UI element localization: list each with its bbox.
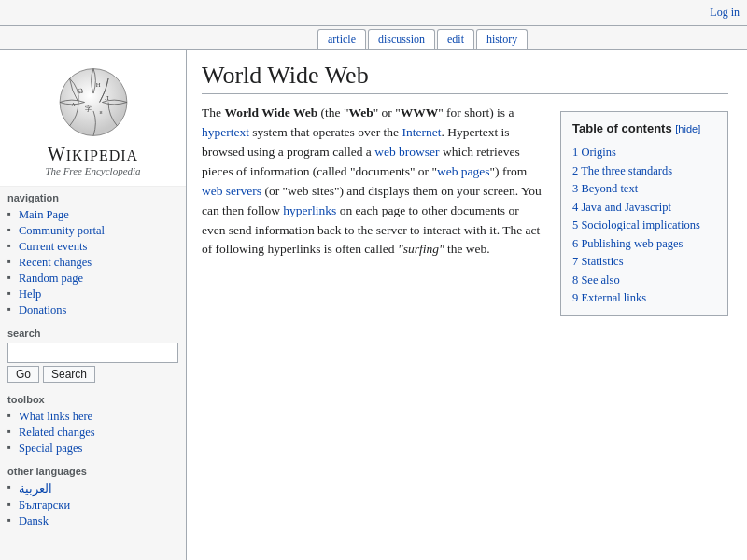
- search-title: search: [7, 328, 178, 339]
- link-internet[interactable]: Internet: [402, 125, 441, 139]
- table-of-contents: Table of contents [hide] 1 Origins 2 The…: [560, 111, 728, 316]
- user-links: Log in: [710, 6, 740, 20]
- toc-title-text: Table of contents: [572, 121, 672, 135]
- toolbox-title: toolbox: [7, 394, 178, 405]
- bold-web: Web: [348, 105, 373, 119]
- nav-item-donations: Donations: [7, 302, 178, 318]
- bold-www-abbr: WWW: [401, 105, 439, 119]
- toolbox-link-what-links-here[interactable]: What links here: [19, 410, 92, 423]
- nav-link-main-page[interactable]: Main Page: [19, 208, 69, 221]
- tab-article[interactable]: article: [317, 29, 366, 49]
- languages-list: العربية Български Dansk: [7, 481, 178, 529]
- toc-item: 7 Statistics: [572, 253, 716, 272]
- search-button[interactable]: Search: [43, 366, 95, 383]
- logo-area: Ω H Л 字 A и WIKIPEDIA The Free Encyclope…: [0, 50, 186, 187]
- toolbox-link-special-pages[interactable]: Special pages: [19, 441, 82, 455]
- toc-item: 9 External links: [572, 289, 716, 308]
- logo-globe: Ω H Л 字 A и: [37, 60, 149, 144]
- link-hyperlinks[interactable]: hyperlinks: [283, 203, 336, 217]
- lang-item-danish: Dansk: [7, 513, 178, 529]
- toc-item: 4 Java and Javascript: [572, 199, 716, 217]
- toc-title: Table of contents [hide]: [572, 119, 716, 138]
- toc-item: 5 Sociological implications: [572, 217, 716, 235]
- wikipedia-globe-icon: Ω H Л 字 A и: [42, 63, 145, 142]
- article-content: World Wide Web Table of contents [hide] …: [187, 50, 747, 560]
- nav-link-random-page[interactable]: Random page: [19, 272, 83, 285]
- login-link[interactable]: Log in: [710, 6, 740, 20]
- italic-surfing: "surfing": [398, 242, 444, 256]
- toc-item: 2 The three standards: [572, 162, 716, 181]
- article-body: Table of contents [hide] 1 Origins 2 The…: [202, 104, 728, 259]
- nav-item-community-portal: Community portal: [7, 223, 178, 239]
- lang-item-bulgarian: Български: [7, 497, 178, 513]
- toc-link-java[interactable]: 4 Java and Javascript: [572, 201, 671, 214]
- toolbox-nav: What links here Related changes Special …: [7, 409, 178, 456]
- wikipedia-title: WIKIPEDIA: [48, 144, 138, 165]
- nav-link-recent-changes[interactable]: Recent changes: [19, 256, 92, 269]
- nav-item-random-page: Random page: [7, 271, 178, 287]
- toc-list: 1 Origins 2 The three standards 3 Beyond…: [572, 144, 716, 308]
- lang-link-arabic[interactable]: العربية: [19, 483, 52, 496]
- nav-item-main-page: Main Page: [7, 207, 178, 223]
- navigation-nav: Main Page Community portal Current event…: [7, 207, 178, 318]
- lang-item-arabic: العربية: [7, 481, 178, 497]
- toc-item: 1 Origins: [572, 144, 716, 162]
- svg-text:и: и: [99, 108, 102, 114]
- nav-link-donations[interactable]: Donations: [19, 303, 66, 316]
- nav-link-current-events[interactable]: Current events: [19, 240, 87, 253]
- navigation-section: navigation Main Page Community portal Cu…: [0, 187, 186, 322]
- search-input[interactable]: [7, 343, 178, 363]
- article-title: World Wide Web: [202, 62, 728, 94]
- toolbox-link-related-changes[interactable]: Related changes: [19, 426, 95, 439]
- svg-text:H: H: [95, 81, 100, 88]
- languages-title: other languages: [7, 466, 178, 477]
- lang-link-bulgarian[interactable]: Български: [19, 498, 70, 511]
- toolbox-item-what-links-here: What links here: [7, 409, 178, 425]
- nav-item-recent-changes: Recent changes: [7, 255, 178, 271]
- sidebar: Ω H Л 字 A и WIKIPEDIA The Free Encyclope…: [0, 50, 187, 560]
- toc-link-origins[interactable]: 1 Origins: [572, 146, 616, 159]
- go-button[interactable]: Go: [7, 366, 39, 383]
- toc-item: 8 See also: [572, 272, 716, 290]
- toc-hide-button[interactable]: [hide]: [675, 123, 700, 134]
- bold-www: World Wide Web: [224, 105, 317, 119]
- navigation-title: navigation: [7, 192, 178, 203]
- svg-text:Л: Л: [105, 93, 109, 100]
- toc-item: 3 Beyond text: [572, 180, 716, 199]
- toc-link-three-standards[interactable]: 2 The three standards: [572, 164, 672, 177]
- tab-bar: article discussion edit history: [0, 26, 747, 50]
- languages-section: other languages العربية Български Dansk: [0, 460, 186, 533]
- toolbox-section: toolbox What links here Related changes …: [0, 388, 186, 460]
- search-buttons: Go Search: [7, 366, 178, 383]
- toc-link-see-also[interactable]: 8 See also: [572, 273, 620, 287]
- svg-text:字: 字: [84, 105, 91, 111]
- toc-link-external-links[interactable]: 9 External links: [572, 291, 646, 304]
- toc-link-publishing[interactable]: 6 Publishing web pages: [572, 237, 683, 250]
- toc-link-statistics[interactable]: 7 Statistics: [572, 255, 624, 268]
- search-input-row: Go Search: [7, 343, 178, 383]
- tab-history[interactable]: history: [476, 29, 528, 49]
- link-web-pages[interactable]: web pages: [437, 164, 490, 178]
- lang-link-danish[interactable]: Dansk: [19, 514, 49, 527]
- nav-item-help: Help: [7, 287, 178, 302]
- nav-list: Main Page Community portal Current event…: [7, 207, 178, 318]
- top-bar: Log in: [0, 0, 747, 26]
- nav-link-community-portal[interactable]: Community portal: [19, 224, 105, 237]
- toolbox-list: What links here Related changes Special …: [7, 409, 178, 456]
- search-section: search Go Search: [0, 322, 186, 388]
- wikipedia-tagline: The Free Encyclopedia: [45, 165, 140, 176]
- nav-link-help[interactable]: Help: [19, 287, 41, 301]
- toolbox-item-special-pages: Special pages: [7, 441, 178, 456]
- link-hypertext[interactable]: hypertext: [202, 125, 249, 139]
- link-web-servers[interactable]: web servers: [202, 184, 261, 198]
- tab-discussion[interactable]: discussion: [368, 29, 435, 49]
- nav-item-current-events: Current events: [7, 239, 178, 255]
- tab-edit[interactable]: edit: [437, 29, 474, 49]
- toc-item: 6 Publishing web pages: [572, 235, 716, 254]
- toc-link-beyond-text[interactable]: 3 Beyond text: [572, 182, 638, 195]
- link-web-browser[interactable]: web browser: [374, 145, 439, 159]
- toolbox-item-related-changes: Related changes: [7, 425, 178, 441]
- languages-nav: العربية Български Dansk: [7, 481, 178, 529]
- toc-link-sociological[interactable]: 5 Sociological implications: [572, 218, 700, 231]
- main-layout: Ω H Л 字 A и WIKIPEDIA The Free Encyclope…: [0, 50, 747, 560]
